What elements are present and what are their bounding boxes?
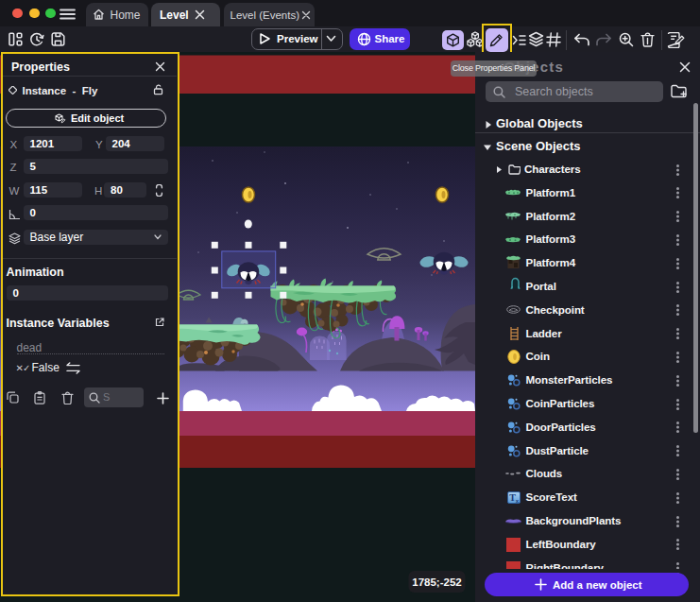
svg-text:1785;-252: 1785;-252 (412, 576, 461, 588)
